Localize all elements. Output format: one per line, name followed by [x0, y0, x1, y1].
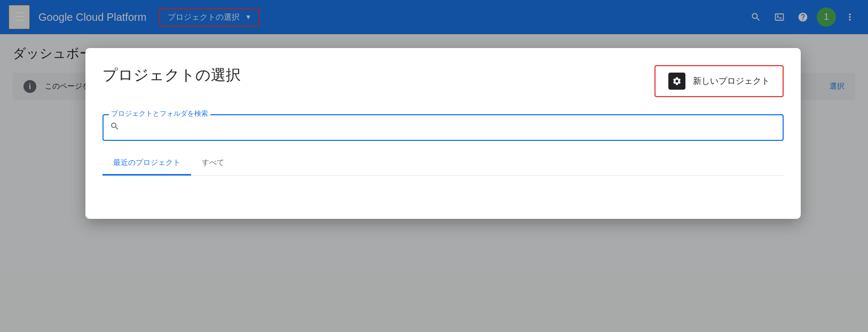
search-field-label: プロジェクトとフォルダを検索: [109, 109, 210, 118]
new-project-label: 新しいプロジェクト: [693, 76, 770, 87]
dialog-tabs: 最近のプロジェクト すべて: [102, 152, 784, 176]
project-select-dialog: プロジェクトの選択 新しいプロジェクト プロジェクトとフォルダを検索 最近のプロ…: [85, 48, 801, 219]
dialog-title: プロジェクトの選択: [102, 65, 241, 85]
tab-recent-projects[interactable]: 最近のプロジェクト: [102, 152, 191, 176]
tab-all-projects[interactable]: すべて: [191, 152, 235, 176]
dialog-header: プロジェクトの選択 新しいプロジェクト: [102, 65, 784, 97]
gear-icon: [668, 73, 685, 90]
search-field-wrapper: プロジェクトとフォルダを検索: [102, 114, 784, 141]
search-icon: [110, 122, 120, 134]
new-project-button[interactable]: 新しいプロジェクト: [654, 65, 784, 97]
